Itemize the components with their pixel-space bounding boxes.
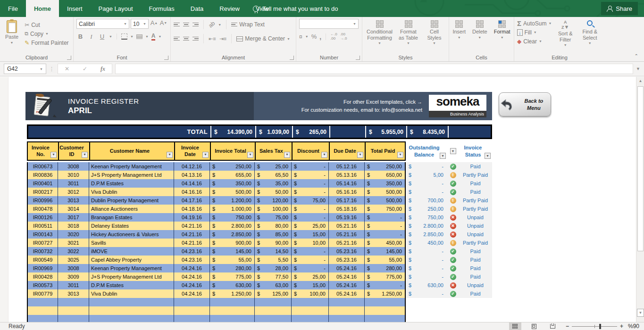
header-discount[interactable]: Discount▼ [293,142,330,160]
cell-invoice-status[interactable]: Paid [459,188,492,196]
cell-outstanding-balance[interactable]: $2.800,00 [406,222,447,230]
cell-total-paid[interactable]: $750,00 [365,205,406,213]
cell-invoice-status[interactable]: Partly Paid [459,205,492,213]
cell-empty[interactable] [174,306,210,315]
cell-outstanding-balance[interactable]: $2.850,00 [406,230,447,239]
filter-dropdown-icon[interactable]: ▼ [357,152,363,158]
vertical-scrollbar[interactable]: ▲ ▼ [636,77,644,322]
tell-me-box[interactable]: Tell me what you want to do [253,0,338,17]
cell-total-paid[interactable]: $- [365,281,406,289]
cell-due-date[interactable]: 05.17.16 [329,196,365,205]
cell-empty[interactable] [89,298,174,306]
cell-invoice-total[interactable]: $500,00 [210,188,255,196]
cell-invoice-no[interactable]: IR00727 [27,239,58,247]
total-paid-cell[interactable]: $5.955,00 [365,126,406,138]
copy-button[interactable]: ⧉Copy▼ [25,29,68,38]
comma-style-icon[interactable]: , [319,33,321,41]
cell-empty[interactable] [255,298,292,306]
cell-invoice-status[interactable]: Paid [459,264,492,272]
header-invoice-date[interactable]: Invoice Date▼ [175,142,211,160]
cell-invoice-date[interactable]: 04.24.16 [174,264,210,272]
cell-invoice-status[interactable]: Unpaid [459,281,492,289]
cell-invoice-total[interactable]: $775,00 [210,272,255,281]
cell-invoice-no[interactable]: IR00401 [27,179,58,188]
cell-sales-tax[interactable]: $35,00 [255,179,292,188]
cell-customer-id[interactable]: 3010 [58,171,89,179]
cell-invoice-date[interactable]: 04.23.16 [174,256,210,264]
header-customer-name[interactable]: Customer Name▼ [90,142,175,160]
cell-sales-tax[interactable]: $28,00 [255,264,292,272]
zoom-slider[interactable] [572,326,617,327]
cell-due-date[interactable]: 05.18.16 [329,205,365,213]
cell-total-paid[interactable]: $350,00 [365,179,406,188]
cell-outstanding-balance[interactable]: $- [406,272,447,281]
cell-invoice-date[interactable]: 04.24.16 [174,281,210,289]
cell-customer-name[interactable]: Alliance Auctioneers [89,205,174,213]
cut-button[interactable]: ✂Cut [25,20,68,29]
cell-due-date[interactable]: 05.21.16 [329,239,365,247]
borders-dropdown-arrow[interactable]: ▼ [130,35,134,38]
cell-customer-id[interactable]: 3009 [58,272,89,281]
clipboard-dialog-launcher[interactable] [67,56,71,60]
percent-style-icon[interactable]: % [311,33,317,40]
cell-total-paid[interactable]: $500,00 [365,188,406,196]
cell-customer-id[interactable]: 3018 [58,222,89,230]
filter-dropdown-icon[interactable]: ▼ [50,152,57,158]
increase-font-icon[interactable]: A▲ [150,19,158,27]
name-box-dropdown-arrow[interactable]: ▼ [40,67,43,71]
format-as-table-button[interactable]: Format as Table▼ [395,19,422,47]
cell-customer-name[interactable]: Viva Dublin [89,188,174,196]
cell-customer-id[interactable]: 3013 [58,289,89,298]
cell-discount[interactable]: $10,00 [292,239,329,247]
cell-total-paid[interactable]: $- [365,230,406,239]
clear-button[interactable]: ◆Clear▼ [517,37,552,46]
confirm-entry-icon[interactable]: ✓ [76,66,94,72]
tab-insert[interactable]: Insert [59,0,91,17]
paste-dropdown-arrow[interactable]: ▼ [10,41,14,45]
cell-customer-id[interactable]: 3022 [58,247,89,256]
cell-invoice-status[interactable]: Paid [459,256,492,264]
cell-empty[interactable] [292,298,329,306]
cell-invoice-total[interactable]: $750,00 [210,213,255,222]
cell-invoice-no[interactable]: IR00969 [27,264,58,272]
cell-discount[interactable]: $- [292,256,329,264]
scrollbar-thumb[interactable] [637,86,644,251]
total-sales-tax-cell[interactable]: $1.039,00 [255,126,292,138]
cell-sales-tax[interactable]: $63,00 [255,281,292,289]
cell-customer-name[interactable]: Branagan Estates [89,213,174,222]
cell-discount[interactable]: $- [292,162,329,171]
cell-total-paid[interactable]: $- [365,222,406,230]
cell-due-date[interactable]: 05.24.16 [329,264,365,272]
merge-center-dropdown-arrow[interactable]: ▼ [287,37,290,41]
cell-empty[interactable] [27,306,58,315]
orientation-icon[interactable]: ab [207,20,216,29]
cell-customer-name[interactable]: Keenan Property Management [89,162,174,171]
cell-customer-name[interactable]: Savills [89,239,174,247]
zoom-percentage[interactable]: %90 [628,323,639,330]
cell-invoice-no[interactable]: IR00673 [27,162,58,171]
cell-due-date[interactable]: 05.19.16 [329,213,365,222]
header-invoice-status[interactable]: Invoice Status▼ [459,141,492,161]
cell-invoice-no[interactable]: IR00549 [27,256,58,264]
cell-discount[interactable]: $- [292,171,329,179]
table-row-empty[interactable] [27,315,492,322]
total-due-date-cell[interactable] [329,126,365,138]
cell-invoice-total[interactable]: $2.800,00 [210,222,255,230]
cell-sales-tax[interactable]: $50,00 [255,188,292,196]
cell-due-date[interactable]: 05.12.16 [329,162,365,171]
tab-formulas[interactable]: Formulas [141,0,183,17]
cell-customer-name[interactable]: D.P.M Estates [89,281,174,289]
cell-sales-tax[interactable]: $25,00 [255,162,292,171]
font-dialog-launcher[interactable] [164,56,168,60]
cell-empty[interactable] [89,306,174,315]
cell-customer-name[interactable]: J+S Property Management Ltd [89,171,174,179]
cell-invoice-date[interactable]: 04.19.16 [174,213,210,222]
cell-invoice-status[interactable]: Paid [459,247,492,256]
table-row-empty[interactable] [27,298,492,306]
align-right-icon[interactable] [192,36,199,42]
cell-invoice-total[interactable]: $655,00 [210,171,255,179]
cell-customer-name[interactable]: Dublin Property Management [89,196,174,205]
filter-dropdown-icon[interactable]: ▼ [167,152,173,158]
scroll-down-icon[interactable]: ▼ [637,309,644,317]
font-size-combo[interactable]: 10▼ [131,19,149,29]
